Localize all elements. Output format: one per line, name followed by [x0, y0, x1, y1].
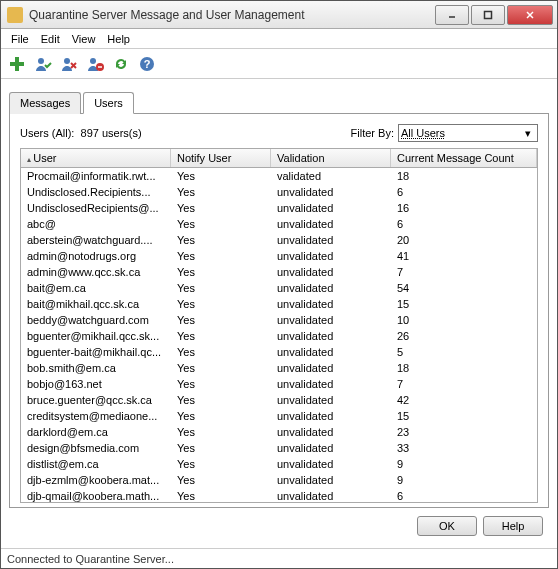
cell-count: 7: [391, 377, 537, 391]
tab-users[interactable]: Users: [83, 92, 134, 114]
table-row[interactable]: Undisclosed.Recipients...Yesunvalidated6: [21, 184, 537, 200]
cell-validation: unvalidated: [271, 185, 391, 199]
tab-messages[interactable]: Messages: [9, 92, 81, 114]
cell-notify: Yes: [171, 313, 271, 327]
ok-button[interactable]: OK: [417, 516, 477, 536]
cell-validation: unvalidated: [271, 329, 391, 343]
window-buttons: [435, 5, 557, 25]
cell-validation: unvalidated: [271, 201, 391, 215]
minimize-button[interactable]: [435, 5, 469, 25]
cell-user: Undisclosed.Recipients...: [21, 185, 171, 199]
tab-panel-users: Users (All): 897 users(s) Filter By: All…: [9, 113, 549, 508]
cell-notify: Yes: [171, 329, 271, 343]
cell-count: 23: [391, 425, 537, 439]
col-validation[interactable]: Validation: [271, 149, 391, 167]
cell-user: admin@notodrugs.org: [21, 249, 171, 263]
col-notify[interactable]: Notify User: [171, 149, 271, 167]
add-icon[interactable]: [7, 54, 27, 74]
cell-validation: unvalidated: [271, 489, 391, 503]
cell-count: 26: [391, 329, 537, 343]
cell-user: bob.smith@em.ca: [21, 361, 171, 375]
cell-user: design@bfsmedia.com: [21, 441, 171, 455]
cell-count: 6: [391, 489, 537, 503]
cell-user: distlist@em.ca: [21, 457, 171, 471]
help-icon[interactable]: ?: [137, 54, 157, 74]
cell-validation: unvalidated: [271, 409, 391, 423]
menu-view[interactable]: View: [66, 31, 102, 47]
cell-notify: Yes: [171, 281, 271, 295]
cell-notify: Yes: [171, 441, 271, 455]
maximize-button[interactable]: [471, 5, 505, 25]
window-title: Quarantine Server Message and User Manag…: [29, 8, 435, 22]
close-button[interactable]: [507, 5, 553, 25]
table-row[interactable]: bait@mikhail.qcc.sk.caYesunvalidated15: [21, 296, 537, 312]
cell-count: 20: [391, 233, 537, 247]
cell-user: bait@em.ca: [21, 281, 171, 295]
table-row[interactable]: beddy@watchguard.comYesunvalidated10: [21, 312, 537, 328]
cell-validation: unvalidated: [271, 473, 391, 487]
user-cross-icon[interactable]: [59, 54, 79, 74]
table-row[interactable]: abc@Yesunvalidated6: [21, 216, 537, 232]
cell-validation: unvalidated: [271, 265, 391, 279]
cell-notify: Yes: [171, 265, 271, 279]
table-row[interactable]: aberstein@watchguard....Yesunvalidated20: [21, 232, 537, 248]
table-row[interactable]: admin@www.qcc.sk.caYesunvalidated7: [21, 264, 537, 280]
cell-count: 18: [391, 361, 537, 375]
menubar: File Edit View Help: [1, 29, 557, 49]
cell-user: admin@www.qcc.sk.ca: [21, 265, 171, 279]
cell-count: 6: [391, 185, 537, 199]
cell-notify: Yes: [171, 297, 271, 311]
cell-user: creditsystem@mediaone...: [21, 409, 171, 423]
menu-file[interactable]: File: [5, 31, 35, 47]
table-row[interactable]: Procmail@informatik.rwt...Yesvalidated18: [21, 168, 537, 184]
table-header: User Notify User Validation Current Mess…: [21, 149, 537, 168]
table-row[interactable]: bait@em.caYesunvalidated54: [21, 280, 537, 296]
cell-count: 5: [391, 345, 537, 359]
refresh-icon[interactable]: [111, 54, 131, 74]
table-row[interactable]: bobjo@163.netYesunvalidated7: [21, 376, 537, 392]
menu-edit[interactable]: Edit: [35, 31, 66, 47]
cell-count: 9: [391, 457, 537, 471]
table-row[interactable]: bguenter@mikhail.qcc.sk...Yesunvalidated…: [21, 328, 537, 344]
table-row[interactable]: djb-qmail@koobera.math...Yesunvalidated6: [21, 488, 537, 503]
table-row[interactable]: distlist@em.caYesunvalidated9: [21, 456, 537, 472]
cell-validation: unvalidated: [271, 377, 391, 391]
col-user[interactable]: User: [21, 149, 171, 167]
cell-notify: Yes: [171, 425, 271, 439]
cell-user: bguenter-bait@mikhail.qc...: [21, 345, 171, 359]
cell-count: 15: [391, 409, 537, 423]
cell-notify: Yes: [171, 361, 271, 375]
cell-user: djb-qmail@koobera.math...: [21, 489, 171, 503]
cell-count: 33: [391, 441, 537, 455]
user-delete-icon[interactable]: [85, 54, 105, 74]
cell-notify: Yes: [171, 169, 271, 183]
table-row[interactable]: darklord@em.caYesunvalidated23: [21, 424, 537, 440]
chevron-down-icon: ▾: [521, 127, 535, 140]
user-check-icon[interactable]: [33, 54, 53, 74]
cell-count: 7: [391, 265, 537, 279]
menu-help[interactable]: Help: [101, 31, 136, 47]
svg-rect-1: [485, 11, 492, 18]
status-text: Connected to Quarantine Server...: [7, 553, 174, 565]
cell-user: darklord@em.ca: [21, 425, 171, 439]
table-row[interactable]: creditsystem@mediaone...Yesunvalidated15: [21, 408, 537, 424]
tabs: Messages Users: [9, 91, 549, 113]
statusbar: Connected to Quarantine Server...: [1, 548, 557, 568]
users-table[interactable]: User Notify User Validation Current Mess…: [20, 148, 538, 503]
cell-notify: Yes: [171, 201, 271, 215]
help-button[interactable]: Help: [483, 516, 543, 536]
cell-notify: Yes: [171, 249, 271, 263]
table-row[interactable]: admin@notodrugs.orgYesunvalidated41: [21, 248, 537, 264]
table-row[interactable]: UndisclosedRecipients@...Yesunvalidated1…: [21, 200, 537, 216]
cell-validation: unvalidated: [271, 281, 391, 295]
filter-dropdown[interactable]: All Users ▾: [398, 124, 538, 142]
table-row[interactable]: bob.smith@em.caYesunvalidated18: [21, 360, 537, 376]
col-count[interactable]: Current Message Count: [391, 149, 537, 167]
table-row[interactable]: bguenter-bait@mikhail.qc...Yesunvalidate…: [21, 344, 537, 360]
cell-notify: Yes: [171, 473, 271, 487]
dialog-buttons: OK Help: [9, 508, 549, 544]
table-row[interactable]: djb-ezmlm@koobera.mat...Yesunvalidated9: [21, 472, 537, 488]
cell-count: 42: [391, 393, 537, 407]
table-row[interactable]: bruce.guenter@qcc.sk.caYesunvalidated42: [21, 392, 537, 408]
table-row[interactable]: design@bfsmedia.comYesunvalidated33: [21, 440, 537, 456]
